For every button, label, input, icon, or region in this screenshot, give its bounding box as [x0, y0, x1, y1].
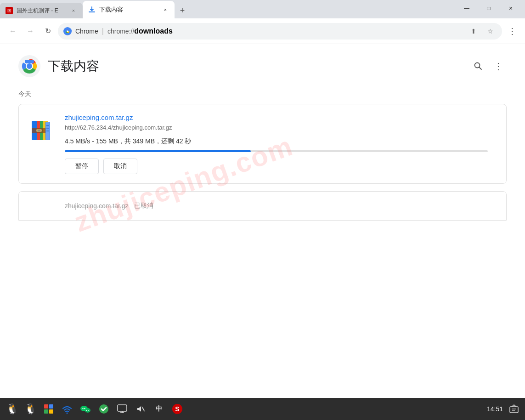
- new-tab-button[interactable]: +: [175, 3, 190, 18]
- window-controls: — □ ×: [456, 1, 525, 18]
- forward-button[interactable]: →: [23, 24, 38, 39]
- taskbar-wechat[interactable]: [77, 401, 94, 417]
- taskbar-volume[interactable]: [132, 401, 149, 417]
- share-button[interactable]: ⬆: [467, 25, 480, 38]
- svg-text:S: S: [175, 405, 179, 413]
- svg-marker-36: [137, 406, 141, 412]
- tab2-title: 下载内容: [99, 6, 123, 14]
- search-icon-button[interactable]: [470, 58, 486, 74]
- taskbar-time: 14:51: [487, 405, 503, 413]
- svg-rect-15: [38, 130, 40, 131]
- minimize-button[interactable]: —: [456, 1, 477, 16]
- progress-bar-fill-1: [65, 150, 251, 152]
- svg-line-8: [480, 68, 482, 70]
- maximize-button[interactable]: □: [478, 1, 499, 16]
- svg-rect-22: [49, 404, 53, 409]
- cancelled-info: zhujiceping.com.tar.gz 已取消: [65, 194, 506, 217]
- svg-rect-41: [510, 407, 518, 413]
- reload-button[interactable]: ↻: [40, 24, 55, 39]
- taskbar-qq1[interactable]: 🐧: [4, 401, 20, 417]
- download-filename-1[interactable]: zhujiceping.com.tar.gz: [65, 114, 497, 121]
- tab1-close[interactable]: ×: [70, 7, 77, 14]
- taskbar-monitor[interactable]: [114, 401, 130, 417]
- page-title: 下载内容: [48, 57, 99, 75]
- svg-rect-24: [49, 409, 53, 414]
- chrome-address-icon: [63, 27, 72, 35]
- progress-bar-container-1: [65, 150, 488, 152]
- svg-point-32: [99, 404, 108, 414]
- taskbar-figma[interactable]: [40, 401, 57, 417]
- pause-button[interactable]: 暂停: [65, 159, 99, 174]
- taskbar-qq2[interactable]: 🐧: [22, 401, 39, 417]
- page-header: 下载内容 ⋮: [18, 55, 507, 77]
- tab1-title: 国外主机测评 - E: [17, 7, 58, 15]
- close-button[interactable]: ×: [500, 1, 521, 16]
- svg-point-31: [88, 410, 89, 411]
- tab-active-2[interactable]: 下载内容 ×: [83, 1, 175, 18]
- cancel-button[interactable]: 取消: [103, 159, 137, 174]
- tab2-close[interactable]: ×: [162, 6, 169, 13]
- toolbar: ← → ↻ Chrome | chrome://downloads ⬆ ☆ ⋮: [0, 18, 525, 44]
- back-button[interactable]: ←: [6, 24, 20, 39]
- download-card-1: zhujiceping.com.tar.gz http://62.76.234.…: [18, 104, 507, 184]
- tab-inactive-1[interactable]: 国 国外主机测评 - E ×: [0, 3, 83, 18]
- svg-rect-2: [68, 29, 72, 31]
- svg-rect-23: [44, 409, 48, 414]
- bookmark-button[interactable]: ☆: [484, 25, 497, 38]
- cancelled-status: 已取消: [134, 202, 153, 210]
- taskbar-ime[interactable]: 中: [151, 401, 167, 417]
- address-text: Chrome | chrome://downloads: [75, 27, 173, 35]
- svg-point-28: [84, 408, 85, 409]
- address-url-path: downloads: [134, 27, 173, 35]
- svg-rect-6: [25, 60, 34, 63]
- address-separator: |: [102, 27, 104, 35]
- section-today-label: 今天: [18, 90, 507, 98]
- download-info-1: zhujiceping.com.tar.gz http://62.76.234.…: [65, 104, 506, 183]
- taskbar-wifi[interactable]: [59, 401, 75, 417]
- cancelled-icon-area: [19, 199, 65, 213]
- taskbar-left: 🐧 🐧: [4, 401, 186, 417]
- chrome-logo: [18, 55, 40, 77]
- page-header-actions: ⋮: [470, 58, 507, 74]
- file-icon-1: [29, 117, 55, 143]
- taskbar-sogou[interactable]: S: [169, 401, 186, 417]
- chrome-menu-button[interactable]: ⋮: [505, 24, 519, 39]
- page-header-left: 下载内容: [18, 55, 99, 77]
- svg-point-30: [86, 410, 87, 411]
- taskbar-notification[interactable]: [507, 402, 521, 416]
- tab1-favicon: 国: [6, 7, 13, 14]
- taskbar-check[interactable]: [96, 401, 112, 417]
- download-icon-area-1: [19, 104, 65, 183]
- download-url-1: http://62.76.234.4/zhujiceping.com.tar.g…: [65, 124, 497, 131]
- taskbar-right: 14:51: [487, 402, 521, 416]
- svg-point-5: [27, 63, 32, 69]
- svg-line-38: [142, 407, 144, 411]
- svg-point-25: [67, 413, 68, 414]
- tab2-favicon: [88, 6, 96, 13]
- svg-point-7: [475, 63, 480, 68]
- download-status-1: 4.5 MB/s - 155 MB，共 349 MB，还剩 42 秒: [65, 137, 497, 146]
- address-url-prefix: chrome://: [107, 28, 134, 35]
- svg-rect-33: [118, 405, 127, 411]
- address-bar[interactable]: Chrome | chrome://downloads ⬆ ☆: [58, 23, 502, 40]
- download-actions-1: 暂停 取消: [65, 159, 497, 174]
- svg-rect-21: [44, 404, 48, 409]
- more-options-button[interactable]: ⋮: [490, 58, 507, 74]
- address-domain: Chrome: [75, 28, 98, 35]
- titlebar: 国 国外主机测评 - E × 下载内容 × + — □ ×: [0, 0, 525, 18]
- download-card-2: zhujiceping.com.tar.gz 已取消: [18, 191, 507, 221]
- address-bar-actions: ⬆ ☆: [467, 25, 497, 38]
- cancelled-filename: zhujiceping.com.tar.gz: [65, 202, 129, 210]
- downloads-page: zhujiceping.com 下载内容: [0, 44, 525, 398]
- svg-point-27: [82, 408, 83, 409]
- taskbar: 🐧 🐧: [0, 398, 525, 420]
